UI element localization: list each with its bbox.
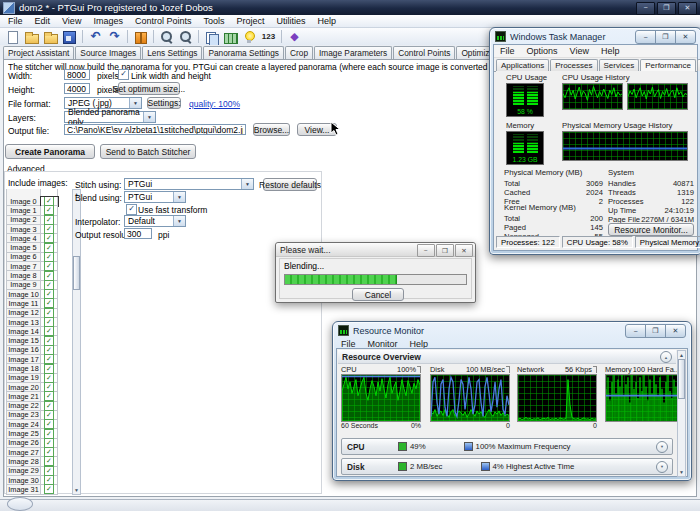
image-parameters-icon[interactable] <box>222 29 239 45</box>
restore-defaults-button[interactable]: Restore defaults <box>263 178 317 191</box>
image-name-cell[interactable]: Image 8 <box>6 271 41 280</box>
menu-item-tools[interactable]: Tools <box>197 16 230 26</box>
create-panorama-button[interactable]: Create Panorama <box>5 144 95 159</box>
image-name-cell[interactable]: Image 27 <box>6 448 41 457</box>
tab-control-points[interactable]: Control Points <box>393 46 455 59</box>
menu-item-utilities[interactable]: Utilities <box>270 16 311 26</box>
tab-panorama-settings[interactable]: Panorama Settings <box>203 46 284 59</box>
mask-icon[interactable]: ◆ <box>286 29 303 45</box>
cancel-button[interactable]: Cancel <box>352 288 404 301</box>
output-file-input[interactable] <box>64 124 246 135</box>
send-to-batch-button[interactable]: Send to Batch Stitcher <box>100 144 196 159</box>
menu-item-edit[interactable]: Edit <box>29 16 57 26</box>
image-name-cell[interactable]: Image 10 <box>6 290 41 299</box>
set-optimum-size-button[interactable]: Set optimum size... <box>118 82 180 95</box>
image-name-cell[interactable]: Image 25 <box>6 429 41 438</box>
image-name-cell[interactable]: Image 1 <box>6 206 41 215</box>
tab-crop[interactable]: Crop <box>285 46 313 59</box>
scrollbar-thumb[interactable] <box>73 256 80 290</box>
image-name-cell[interactable]: Image 11 <box>6 299 41 308</box>
image-name-cell[interactable]: Image 16 <box>6 346 41 355</box>
minimize-button[interactable]: − <box>417 244 435 257</box>
detail-viewer-icon[interactable] <box>241 29 258 45</box>
image-name-cell[interactable]: Image 0 <box>6 197 41 206</box>
undo-icon[interactable]: ↶ <box>87 29 104 45</box>
menu-item-images[interactable]: Images <box>87 16 129 26</box>
restore-button[interactable]: ❐ <box>436 244 454 257</box>
quality-link[interactable]: quality: 100% <box>189 99 240 109</box>
image-name-cell[interactable]: Image 17 <box>6 355 41 364</box>
image-name-cell[interactable]: Image 5 <box>6 243 41 252</box>
image-name-cell[interactable]: Image 20 <box>6 383 41 392</box>
image-name-cell[interactable]: Image 4 <box>6 234 41 243</box>
link-wh-checkbox[interactable]: ✓ <box>118 69 129 80</box>
interpolator-select[interactable]: Default ▼ <box>124 215 186 227</box>
layers-select[interactable]: Blended panorama only ▼ <box>64 111 156 123</box>
numeric-transform-icon[interactable]: 123 <box>260 29 277 45</box>
image-name-cell[interactable]: Image 12 <box>6 309 41 318</box>
image-name-cell[interactable]: Image 19 <box>6 374 41 383</box>
tab-image-parameters[interactable]: Image Parameters <box>314 46 392 59</box>
expand-icon[interactable]: ▼ <box>656 461 668 473</box>
restore-button[interactable]: ❐ <box>645 324 666 338</box>
image-name-cell[interactable]: Image 31 <box>6 485 41 494</box>
close-button[interactable]: ✕ <box>665 324 686 338</box>
image-name-cell[interactable]: Image 6 <box>6 253 41 262</box>
image-name-cell[interactable]: Image 3 <box>6 225 41 234</box>
add-images-icon[interactable] <box>42 29 59 45</box>
output-resolution-input[interactable] <box>124 228 152 239</box>
collapse-icon[interactable]: ▲ <box>660 351 672 363</box>
menu-item-control-points[interactable]: Control Points <box>129 16 198 26</box>
expand-icon[interactable]: ▼ <box>656 441 668 453</box>
resource-monitor-scrollbar[interactable]: ▲ ▼ <box>677 350 686 477</box>
rm-menu-item-monitor[interactable]: Monitor <box>362 339 404 349</box>
image-name-cell[interactable]: Image 21 <box>6 392 41 401</box>
tm-tab-services[interactable]: Services <box>599 59 640 71</box>
tm-tab-processes[interactable]: Processes <box>550 59 597 71</box>
restore-button[interactable]: ❐ <box>655 30 676 44</box>
tm-tab-applications[interactable]: Applications <box>496 59 549 71</box>
image-name-cell[interactable]: Image 13 <box>6 318 41 327</box>
blend-using-select[interactable]: PTGui ▼ <box>124 191 186 203</box>
image-name-cell[interactable]: Image 2 <box>6 216 41 225</box>
close-button[interactable]: ✕ <box>678 2 697 15</box>
panorama-editor-icon[interactable] <box>132 29 149 45</box>
open-icon[interactable] <box>23 29 40 45</box>
rm-menu-item-file[interactable]: File <box>335 339 362 349</box>
restore-button[interactable]: ❐ <box>657 2 676 15</box>
tab-project-assistant[interactable]: Project Assistant <box>3 46 74 59</box>
image-name-cell[interactable]: Image 22 <box>6 402 41 411</box>
save-icon[interactable] <box>61 29 78 45</box>
tm-menu-item-help[interactable]: Help <box>595 46 626 56</box>
new-icon[interactable] <box>4 29 21 45</box>
zoom-in-icon[interactable] <box>158 29 175 45</box>
resource-monitor-button[interactable]: Resource Monitor... <box>608 223 694 236</box>
image-name-cell[interactable]: Image 23 <box>6 411 41 420</box>
scrollbar-thumb[interactable] <box>678 359 685 399</box>
browse-button[interactable]: Browse... <box>253 123 290 136</box>
menu-item-project[interactable]: Project <box>230 16 270 26</box>
menu-item-help[interactable]: Help <box>311 16 342 26</box>
image-name-cell[interactable]: Image 28 <box>6 457 41 466</box>
close-button[interactable]: ✕ <box>675 30 696 44</box>
minimize-button[interactable]: − <box>635 30 656 44</box>
menu-item-file[interactable]: File <box>2 16 29 26</box>
width-input[interactable] <box>64 69 90 80</box>
close-button[interactable]: ✕ <box>455 244 473 257</box>
tab-lens-settings[interactable]: Lens Settings <box>142 46 202 59</box>
image-name-cell[interactable]: Image 15 <box>6 336 41 345</box>
scroll-down-icon[interactable]: ▼ <box>679 468 684 476</box>
image-name-cell[interactable]: Image 29 <box>6 467 41 476</box>
redo-icon[interactable]: ↷ <box>106 29 123 45</box>
rm-section-disk[interactable]: Disk2 MB/sec4% Highest Active Time▼ <box>341 458 673 475</box>
image-name-cell[interactable]: Image 24 <box>6 420 41 429</box>
minimize-button[interactable]: − <box>625 324 646 338</box>
image-name-cell[interactable]: Image 14 <box>6 327 41 336</box>
image-name-cell[interactable]: Image 26 <box>6 439 41 448</box>
tm-menu-item-options[interactable]: Options <box>521 46 564 56</box>
rm-section-cpu[interactable]: CPU49%100% Maximum Frequency▼ <box>341 438 673 455</box>
height-input[interactable] <box>64 83 90 94</box>
tab-source-images[interactable]: Source Images <box>75 46 141 59</box>
image-name-cell[interactable]: Image 7 <box>6 262 41 271</box>
source-images-icon[interactable] <box>203 29 220 45</box>
